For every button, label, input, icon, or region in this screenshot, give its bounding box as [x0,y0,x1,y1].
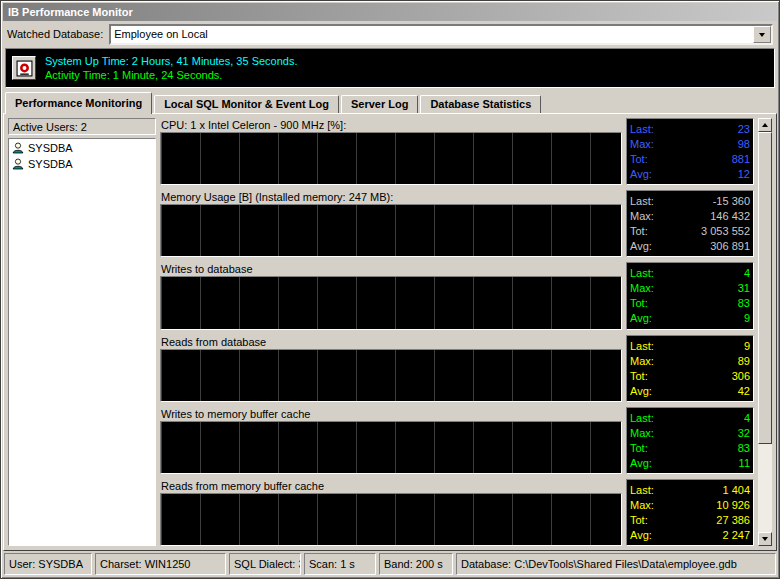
stat-value: -15 360 [713,195,750,207]
stat-label: Max: [630,282,654,294]
scroll-up-button[interactable] [758,118,772,132]
monitor-app-icon [12,56,36,80]
arrow-down-icon [762,537,768,544]
stat-row: Max:89 [630,355,750,367]
chart-title: CPU: 1 x Intel Celeron - 900 MHz [%]: [160,118,622,132]
chart-stats: Last:4Max:32Tot:83Avg:11 [626,407,754,474]
chart-title: Writes to database [160,262,622,276]
stat-label: Last: [630,412,654,424]
stat-row: Last:9 [630,340,750,352]
stat-value: 3 053 552 [701,225,750,237]
chart-stats: Last:23Max:98Tot:881Avg:12 [626,118,754,185]
activity-time: Activity Time: 1 Minute, 24 Seconds. [45,69,298,81]
user-icon [12,158,24,170]
stat-label: Avg: [630,385,652,397]
stat-value: 9 [744,340,750,352]
chart-stats: Last:-15 360Max:146 432Tot:3 053 552Avg:… [626,190,754,257]
stat-label: Avg: [630,457,652,469]
scrollbar-thumb[interactable] [758,132,772,444]
stat-row: Tot:83 [630,442,750,454]
monitor-icon [16,60,33,77]
stat-label: Tot: [630,514,648,526]
stat-label: Last: [630,123,654,135]
arrow-up-icon [762,120,768,127]
stat-row: Tot:27 386 [630,514,750,526]
watched-database-select[interactable]: Employee on Local [109,24,773,45]
stat-label: Max: [630,499,654,511]
chart-row-reads-memory-buffer: Reads from memory buffer cache Last:1 40… [160,479,754,546]
stat-row: Max:146 432 [630,210,750,222]
tab-local-sql-monitor-event-log[interactable]: Local SQL Monitor & Event Log [154,95,339,113]
stat-row: Avg:42 [630,385,750,397]
status-sql-dialect: SQL Dialect: 3 [229,553,301,575]
stat-row: Tot:3 053 552 [630,225,750,237]
writes-memory-buffer-chart [161,422,621,473]
chart-row-reads-database: Reads from database Last:9Max:89Tot:306A… [160,335,754,402]
chart-stats: Last:9Max:89Tot:306Avg:42 [626,335,754,402]
stat-label: Max: [630,210,654,222]
user-icon [12,142,24,154]
stat-row: Avg:12 [630,168,750,180]
stat-row: Max:31 [630,282,750,294]
stat-value: 9 [744,312,750,324]
stat-row: Tot:306 [630,370,750,382]
chart-row-writes-database: Writes to database Last:4Max:31Tot:83Avg… [160,262,754,329]
stat-label: Tot: [630,297,648,309]
status-scan: Scan: 1 s [304,553,376,575]
user-list-item[interactable]: SYSDBA [10,140,154,156]
reads-memory-buffer-chart [161,494,621,545]
active-users-list[interactable]: SYSDBASYSDBA [8,138,156,546]
watched-database-row: Watched Database: Employee on Local [3,21,777,47]
statusbar: User: SYSDBA Charset: WIN1250 SQL Dialec… [3,551,777,576]
chart-plot [160,493,622,546]
stat-label: Last: [630,267,654,279]
chart-row-writes-memory-buffer: Writes to memory buffer cache Last:4Max:… [160,407,754,474]
window-title: IB Performance Monitor [8,6,133,18]
tab-server-log[interactable]: Server Log [341,95,418,113]
chevron-down-icon [759,33,765,40]
dropdown-arrow-button[interactable] [753,26,771,43]
stat-row: Tot:881 [630,153,750,165]
user-list-item[interactable]: SYSDBA [10,156,154,172]
status-user: User: SYSDBA [4,553,92,575]
stat-row: Last:-15 360 [630,195,750,207]
stat-row: Last:23 [630,123,750,135]
stat-label: Avg: [630,240,652,252]
watched-database-label: Watched Database: [7,28,103,40]
stat-label: Avg: [630,529,652,541]
chart-plot [160,276,622,329]
stat-value: 4 [744,267,750,279]
stat-row: Avg:306 891 [630,240,750,252]
status-charset: Charset: WIN1250 [95,553,226,575]
stat-label: Tot: [630,442,648,454]
user-name: SYSDBA [28,158,73,170]
stat-row: Last:1 404 [630,484,750,496]
tab-database-statistics[interactable]: Database Statistics [420,95,541,113]
tab-bar: Performance Monitoring Local SQL Monitor… [3,91,777,113]
system-up-time: System Up Time: 2 Hours, 41 Minutes, 35 … [45,55,298,67]
chart-title: Reads from memory buffer cache [160,479,622,493]
chart-plot [160,421,622,474]
scrollbar-track[interactable] [758,132,772,532]
chart-plot [160,349,622,402]
stat-value: 146 432 [710,210,750,222]
stat-label: Avg: [630,168,652,180]
charts-scrollbar[interactable] [758,118,772,546]
titlebar[interactable]: IB Performance Monitor [3,3,777,21]
chart-row-memory: Memory Usage [B] (Installed memory: 247 … [160,190,754,257]
stat-value: 1 404 [722,484,750,496]
app-window: IB Performance Monitor Watched Database:… [0,0,780,579]
stat-value: 2 247 [722,529,750,541]
cpu-chart [161,133,621,184]
stat-value: 306 891 [710,240,750,252]
stat-label: Max: [630,355,654,367]
tab-performance-monitoring[interactable]: Performance Monitoring [5,92,152,114]
scroll-down-button[interactable] [758,532,772,546]
performance-tab-page: Active Users: 2 SYSDBASYSDBA CPU: 1 x In… [3,113,777,551]
stat-label: Last: [630,484,654,496]
watched-database-value: Employee on Local [111,28,753,40]
memory-chart [161,205,621,256]
stat-row: Tot:83 [630,297,750,309]
chart-row-cpu: CPU: 1 x Intel Celeron - 900 MHz [%]: La… [160,118,754,185]
stat-row: Max:10 926 [630,499,750,511]
